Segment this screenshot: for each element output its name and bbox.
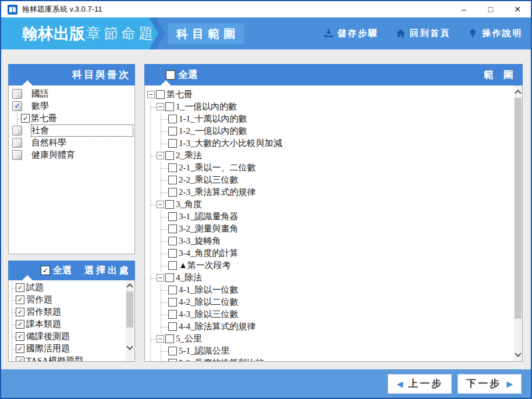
tree-checkbox[interactable] <box>165 273 174 282</box>
sources-scrollbar[interactable] <box>126 280 134 361</box>
tree-label[interactable]: 4-2_除以二位數 <box>179 297 239 308</box>
tree-label[interactable]: 1-2_一億以內的數 <box>179 126 247 137</box>
tree-section-row[interactable]: 5-1_認識公里 <box>161 345 514 357</box>
tree-section-row[interactable]: 3-1_認識量角器 <box>161 211 514 223</box>
tree-section-row[interactable]: 2-1_乘以一、二位數 <box>161 162 514 174</box>
subject-row[interactable]: 健康與體育 <box>9 149 134 161</box>
source-checkbox[interactable]: ✓ <box>16 283 24 292</box>
tree-checkbox[interactable] <box>168 139 177 148</box>
tree-label[interactable]: 4-3_除以三位數 <box>179 309 239 320</box>
tree-section-row[interactable]: 3-2_測量與畫角 <box>161 223 514 235</box>
subject-row[interactable]: 社會 <box>9 124 134 137</box>
tree-checkbox[interactable] <box>168 310 177 319</box>
tree-checkbox[interactable] <box>168 188 177 197</box>
source-label[interactable]: 備課後測題 <box>26 331 70 342</box>
source-label[interactable]: 習作類題 <box>26 307 61 318</box>
scrollbar-thumb[interactable] <box>515 98 522 319</box>
tree-label[interactable]: 4_除法 <box>176 272 202 283</box>
source-checkbox[interactable]: ✓ <box>16 357 24 362</box>
tree-checkbox[interactable] <box>168 127 177 136</box>
tree-label[interactable]: 3_角度 <box>176 199 202 210</box>
tree-section-row[interactable]: 4-1_除以一位數 <box>161 284 514 296</box>
source-checkbox[interactable]: ✓ <box>16 308 24 316</box>
tree-checkbox[interactable] <box>156 90 165 99</box>
subject-checkbox[interactable] <box>12 138 22 148</box>
tree-checkbox[interactable] <box>165 102 174 111</box>
tree-checkbox[interactable] <box>168 249 177 258</box>
tree-checkbox[interactable] <box>168 298 177 307</box>
tree-checkbox[interactable] <box>168 347 177 355</box>
subject-label[interactable]: 數學 <box>31 101 49 112</box>
source-row[interactable]: ✓備課後測題 <box>12 330 126 343</box>
subject-label[interactable]: 社會 <box>31 125 133 136</box>
tree-chapter-row[interactable]: 1_一億以內的數 <box>151 101 514 113</box>
tree-section-row[interactable]: 3-4_角度的計算 <box>161 247 514 259</box>
tree-label[interactable]: 1-1_十萬以內的數 <box>179 113 247 124</box>
collapse-toggle-icon[interactable] <box>147 91 155 98</box>
tree-section-row[interactable]: 4-3_除以三位數 <box>161 308 514 320</box>
scroll-down-arrow[interactable] <box>126 343 134 352</box>
source-label[interactable]: TASA模擬題型 <box>26 355 83 362</box>
tree-label[interactable]: ▲第一次段考 <box>179 260 231 271</box>
subject-checkbox[interactable] <box>12 150 22 160</box>
subject-row[interactable]: 國語 <box>9 88 134 100</box>
source-row[interactable]: ✓國際活用題 <box>12 343 126 355</box>
subject-label[interactable]: 自然科學 <box>31 137 66 148</box>
tree-section-row[interactable]: 1-2_一億以內的數 <box>161 125 514 137</box>
source-label[interactable]: 國際活用題 <box>26 343 70 354</box>
scroll-up-arrow[interactable] <box>126 282 134 290</box>
sources-select-all-checkbox[interactable]: ✓ <box>41 266 50 275</box>
tree-section-row[interactable]: 5-2_長度的換算與比較 <box>161 357 514 361</box>
collapse-toggle-icon[interactable] <box>157 152 164 159</box>
tree-checkbox[interactable] <box>165 334 174 343</box>
tree-label[interactable]: 2-3_乘法算式的規律 <box>179 187 256 198</box>
scope-scrollbar[interactable] <box>514 86 522 361</box>
save-steps-button[interactable]: 儲存步驟 <box>324 28 378 39</box>
tree-volume-row[interactable]: 第七冊 <box>145 88 514 101</box>
tree-checkbox[interactable] <box>165 151 174 160</box>
tree-section-row[interactable]: 3-3_旋轉角 <box>161 235 514 247</box>
subject-checkbox[interactable]: ✓ <box>12 101 22 111</box>
tree-label[interactable]: 3-3_旋轉角 <box>179 236 221 247</box>
maximize-button[interactable]: □ <box>477 1 504 17</box>
source-row[interactable]: ✓TASA模擬題型 <box>12 355 126 362</box>
tree-label[interactable]: 2_乘法 <box>176 150 202 161</box>
tree-label[interactable]: 5-2_長度的換算與比較 <box>179 358 265 361</box>
collapse-toggle-icon[interactable] <box>157 274 164 282</box>
sources-select-all-label[interactable]: 全選 <box>53 265 72 277</box>
source-checkbox[interactable]: ✓ <box>16 320 24 329</box>
tree-checkbox[interactable] <box>168 322 177 331</box>
tree-checkbox[interactable] <box>168 212 177 221</box>
tree-checkbox[interactable] <box>168 163 177 172</box>
tree-section-row[interactable]: 2-2_乘以三位數 <box>161 174 514 186</box>
tree-label[interactable]: 第七冊 <box>166 89 193 100</box>
close-button[interactable]: ✕ <box>504 1 531 17</box>
scope-select-all-label[interactable]: 全選 <box>178 68 198 81</box>
scrollbar-thumb[interactable] <box>126 291 133 327</box>
tree-chapter-row[interactable]: 2_乘法 <box>151 149 514 162</box>
subject-label[interactable]: 健康與體育 <box>31 149 75 161</box>
tree-checkbox[interactable] <box>168 225 177 233</box>
tree-label[interactable]: 4-1_除以一位數 <box>179 284 239 295</box>
tree-checkbox[interactable] <box>168 359 177 361</box>
volume-checkbox[interactable]: ✓ <box>21 114 30 123</box>
subject-row[interactable]: 自然科學 <box>9 137 134 149</box>
tree-chapter-row[interactable]: 3_角度 <box>151 198 514 211</box>
next-step-button[interactable]: 下一步 ▶ <box>457 374 522 394</box>
source-row[interactable]: ✓試題 <box>12 282 126 294</box>
source-checkbox[interactable]: ✓ <box>16 344 24 353</box>
previous-step-button[interactable]: ◀ 上一步 <box>388 374 452 394</box>
tree-label[interactable]: 1_一億以內的數 <box>176 101 237 112</box>
source-checkbox[interactable]: ✓ <box>16 332 24 341</box>
subject-checkbox[interactable] <box>12 126 22 136</box>
source-label[interactable]: 試題 <box>26 282 44 293</box>
tree-label[interactable]: 3-2_測量與畫角 <box>179 223 239 234</box>
source-row[interactable]: ✓課本類題 <box>12 318 126 330</box>
tree-checkbox[interactable] <box>168 176 177 184</box>
source-label[interactable]: 課本類題 <box>26 319 61 330</box>
tree-label[interactable]: 2-1_乘以一、二位數 <box>179 162 256 173</box>
collapse-toggle-icon[interactable] <box>157 335 164 343</box>
tree-section-row[interactable]: 1-1_十萬以內的數 <box>161 113 514 125</box>
tree-section-row[interactable]: ▲第一次段考 <box>161 259 514 272</box>
source-row[interactable]: ✓習作類題 <box>12 306 126 318</box>
